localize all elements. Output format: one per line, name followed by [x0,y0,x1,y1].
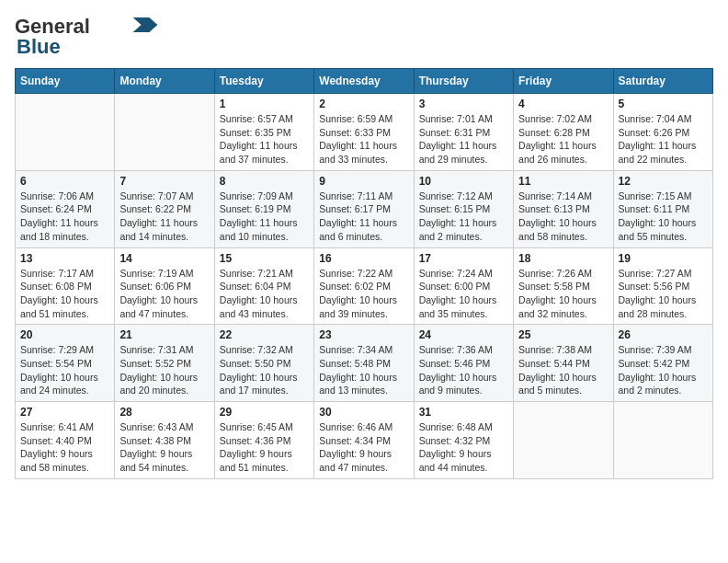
calendar-cell: 1Sunrise: 6:57 AM Sunset: 6:35 PM Daylig… [214,94,313,171]
calendar-cell [613,402,712,479]
day-number: 31 [419,406,508,419]
day-number: 16 [319,252,408,265]
day-info: Sunrise: 7:06 AM Sunset: 6:24 PM Dayligh… [20,190,109,244]
weekday-header-saturday: Saturday [613,69,712,94]
day-info: Sunrise: 6:48 AM Sunset: 4:32 PM Dayligh… [419,420,508,475]
day-info: Sunrise: 7:34 AM Sunset: 5:48 PM Dayligh… [319,343,408,397]
calendar-cell: 7Sunrise: 7:07 AM Sunset: 6:22 PM Daylig… [115,170,214,247]
day-number: 14 [119,252,209,265]
calendar-cell: 24Sunrise: 7:36 AM Sunset: 5:46 PM Dayli… [414,325,513,402]
calendar-week-5: 27Sunrise: 6:41 AM Sunset: 4:40 PM Dayli… [16,402,713,479]
weekday-header-row: SundayMondayTuesdayWednesdayThursdayFrid… [16,69,713,94]
day-number: 20 [20,328,109,341]
weekday-header-friday: Friday [514,69,613,94]
calendar-cell: 3Sunrise: 7:01 AM Sunset: 6:31 PM Daylig… [414,94,513,171]
day-number: 18 [518,252,608,265]
day-number: 15 [220,252,309,265]
day-info: Sunrise: 7:07 AM Sunset: 6:22 PM Dayligh… [119,190,209,244]
day-info: Sunrise: 7:26 AM Sunset: 5:58 PM Dayligh… [518,267,608,321]
calendar-cell: 19Sunrise: 7:27 AM Sunset: 5:56 PM Dayli… [613,247,712,325]
day-info: Sunrise: 7:36 AM Sunset: 5:46 PM Dayligh… [419,343,508,397]
calendar-cell: 6Sunrise: 7:06 AM Sunset: 6:24 PM Daylig… [16,170,115,247]
day-info: Sunrise: 7:21 AM Sunset: 6:04 PM Dayligh… [220,267,309,321]
calendar-cell: 20Sunrise: 7:29 AM Sunset: 5:54 PM Dayli… [16,325,115,402]
day-info: Sunrise: 7:19 AM Sunset: 6:06 PM Dayligh… [119,267,209,321]
day-number: 13 [20,252,109,265]
calendar-cell: 18Sunrise: 7:26 AM Sunset: 5:58 PM Dayli… [514,247,613,325]
calendar-body: 1Sunrise: 6:57 AM Sunset: 6:35 PM Daylig… [16,94,713,479]
day-info: Sunrise: 7:12 AM Sunset: 6:15 PM Dayligh… [419,190,508,244]
day-number: 4 [518,98,608,110]
day-info: Sunrise: 7:02 AM Sunset: 6:28 PM Dayligh… [518,112,608,167]
day-info: Sunrise: 7:11 AM Sunset: 6:17 PM Dayligh… [319,190,408,244]
day-number: 26 [619,328,708,341]
calendar-cell: 16Sunrise: 7:22 AM Sunset: 6:02 PM Dayli… [314,247,414,325]
day-number: 10 [419,175,508,188]
day-info: Sunrise: 6:59 AM Sunset: 6:33 PM Dayligh… [319,112,408,167]
day-number: 17 [419,252,508,265]
day-info: Sunrise: 7:38 AM Sunset: 5:44 PM Dayligh… [518,343,608,397]
calendar-cell: 17Sunrise: 7:24 AM Sunset: 6:00 PM Dayli… [414,247,513,325]
day-info: Sunrise: 7:32 AM Sunset: 5:50 PM Dayligh… [220,343,309,397]
calendar-cell: 25Sunrise: 7:38 AM Sunset: 5:44 PM Dayli… [514,325,613,402]
weekday-header-thursday: Thursday [414,69,513,94]
day-info: Sunrise: 7:22 AM Sunset: 6:02 PM Dayligh… [319,267,408,321]
day-number: 19 [619,252,708,265]
weekday-header-tuesday: Tuesday [214,69,313,94]
day-number: 25 [518,328,608,341]
day-number: 24 [419,328,508,341]
calendar-cell: 31Sunrise: 6:48 AM Sunset: 4:32 PM Dayli… [414,402,513,479]
calendar-week-4: 20Sunrise: 7:29 AM Sunset: 5:54 PM Dayli… [16,325,713,402]
day-number: 3 [419,98,508,110]
day-info: Sunrise: 7:15 AM Sunset: 6:11 PM Dayligh… [619,190,708,244]
day-number: 11 [518,175,608,188]
day-info: Sunrise: 7:17 AM Sunset: 6:08 PM Dayligh… [20,267,109,321]
day-number: 7 [119,175,209,188]
day-number: 8 [220,175,309,188]
day-number: 28 [119,406,209,419]
calendar-cell [16,94,115,171]
calendar-cell: 11Sunrise: 7:14 AM Sunset: 6:13 PM Dayli… [514,170,613,247]
calendar-cell: 8Sunrise: 7:09 AM Sunset: 6:19 PM Daylig… [214,170,313,247]
calendar-cell: 4Sunrise: 7:02 AM Sunset: 6:28 PM Daylig… [514,94,613,171]
logo-arrow-icon [132,17,158,32]
day-info: Sunrise: 6:57 AM Sunset: 6:35 PM Dayligh… [220,112,309,167]
calendar-cell: 5Sunrise: 7:04 AM Sunset: 6:26 PM Daylig… [613,94,712,171]
day-info: Sunrise: 6:43 AM Sunset: 4:38 PM Dayligh… [119,420,209,475]
day-info: Sunrise: 7:14 AM Sunset: 6:13 PM Dayligh… [518,190,608,244]
calendar-cell: 26Sunrise: 7:39 AM Sunset: 5:42 PM Dayli… [613,325,712,402]
calendar-cell: 15Sunrise: 7:21 AM Sunset: 6:04 PM Dayli… [214,247,313,325]
calendar-cell: 10Sunrise: 7:12 AM Sunset: 6:15 PM Dayli… [414,170,513,247]
calendar-cell: 22Sunrise: 7:32 AM Sunset: 5:50 PM Dayli… [214,325,313,402]
weekday-header-wednesday: Wednesday [314,69,414,94]
calendar-cell [514,402,613,479]
day-number: 2 [319,98,408,110]
calendar-week-3: 13Sunrise: 7:17 AM Sunset: 6:08 PM Dayli… [16,247,713,325]
calendar: SundayMondayTuesdayWednesdayThursdayFrid… [15,68,713,479]
calendar-cell: 9Sunrise: 7:11 AM Sunset: 6:17 PM Daylig… [314,170,414,247]
day-info: Sunrise: 6:41 AM Sunset: 4:40 PM Dayligh… [20,420,109,475]
day-number: 9 [319,175,408,188]
weekday-header-monday: Monday [115,69,214,94]
day-number: 30 [319,406,408,419]
calendar-cell: 21Sunrise: 7:31 AM Sunset: 5:52 PM Dayli… [115,325,214,402]
day-number: 21 [119,328,209,341]
calendar-week-1: 1Sunrise: 6:57 AM Sunset: 6:35 PM Daylig… [16,94,713,171]
day-info: Sunrise: 7:01 AM Sunset: 6:31 PM Dayligh… [419,112,508,167]
calendar-cell: 23Sunrise: 7:34 AM Sunset: 5:48 PM Dayli… [314,325,414,402]
day-number: 12 [619,175,708,188]
day-number: 23 [319,328,408,341]
calendar-cell: 30Sunrise: 6:46 AM Sunset: 4:34 PM Dayli… [314,402,414,479]
calendar-cell: 2Sunrise: 6:59 AM Sunset: 6:33 PM Daylig… [314,94,414,171]
day-info: Sunrise: 6:46 AM Sunset: 4:34 PM Dayligh… [319,420,408,475]
svg-marker-0 [133,17,158,32]
calendar-cell [115,94,214,171]
calendar-cell: 29Sunrise: 6:45 AM Sunset: 4:36 PM Dayli… [214,402,313,479]
day-info: Sunrise: 7:04 AM Sunset: 6:26 PM Dayligh… [619,112,708,167]
logo-blue: Blue [17,35,61,59]
day-number: 27 [20,406,109,419]
day-info: Sunrise: 6:45 AM Sunset: 4:36 PM Dayligh… [220,420,309,475]
calendar-cell: 28Sunrise: 6:43 AM Sunset: 4:38 PM Dayli… [115,402,214,479]
logo: General Blue [15,15,158,59]
day-info: Sunrise: 7:27 AM Sunset: 5:56 PM Dayligh… [619,267,708,321]
